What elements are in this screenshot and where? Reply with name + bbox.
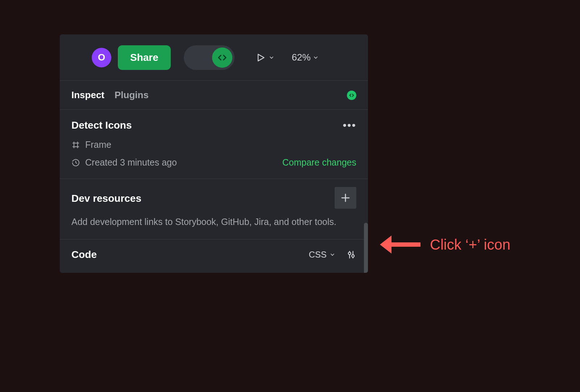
callout-text: Click ‘+’ icon (430, 237, 510, 253)
created-label: Created 3 minutes ago (85, 157, 177, 168)
share-label: Share (130, 52, 158, 63)
code-language-select[interactable]: CSS (309, 250, 335, 260)
detect-icons-title: Detect Icons (71, 120, 132, 131)
chevron-down-icon (269, 55, 274, 61)
frame-label: Frame (85, 139, 111, 150)
code-language-label: CSS (309, 250, 327, 260)
callout: Click ‘+’ icon (377, 232, 510, 257)
code-icon (349, 92, 355, 98)
avatar-initial: O (98, 52, 105, 63)
frame-icon (71, 141, 80, 149)
code-settings-button[interactable] (346, 250, 356, 260)
arrow-left-icon (377, 232, 420, 257)
play-icon (256, 53, 266, 63)
top-bar: O Share 62% (60, 34, 368, 81)
overflow-menu-button[interactable]: ••• (343, 119, 356, 132)
zoom-control[interactable]: 62% (292, 52, 319, 63)
detect-icons-section: Detect Icons ••• Frame Created 3 minutes (60, 110, 368, 179)
svg-point-0 (348, 252, 351, 255)
history-icon (71, 158, 80, 167)
add-dev-resource-button[interactable] (335, 187, 356, 209)
dev-mode-knob (212, 47, 232, 68)
code-section: Code CSS (60, 239, 368, 273)
plus-icon (340, 192, 351, 203)
panel-tabs: Inspect Plugins (60, 81, 368, 110)
chevron-down-icon (330, 252, 335, 258)
tab-inspect[interactable]: Inspect (71, 89, 104, 101)
share-button[interactable]: Share (118, 45, 171, 70)
sliders-icon (346, 250, 356, 260)
overflow-icon: ••• (343, 119, 356, 131)
code-icon (217, 52, 228, 63)
frame-meta: Frame (71, 139, 356, 150)
zoom-label: 62% (292, 52, 311, 63)
dev-mode-badge[interactable] (347, 91, 356, 100)
dev-resources-title: Dev resources (71, 193, 141, 204)
compare-changes-link[interactable]: Compare changes (282, 157, 356, 168)
dev-mode-toggle[interactable] (184, 45, 235, 70)
code-title: Code (71, 249, 309, 260)
present-button[interactable] (256, 53, 274, 63)
avatar[interactable]: O (92, 48, 111, 67)
scrollbar[interactable] (364, 223, 368, 273)
chevron-down-icon (313, 55, 319, 61)
dev-resources-description: Add development links to Storybook, GitH… (71, 215, 354, 228)
dev-resources-section: Dev resources Add development links to S… (60, 179, 368, 239)
inspect-panel: O Share 62% (60, 34, 368, 273)
history-meta: Created 3 minutes ago (71, 157, 177, 168)
svg-point-1 (352, 255, 354, 257)
tab-plugins[interactable]: Plugins (115, 89, 149, 101)
